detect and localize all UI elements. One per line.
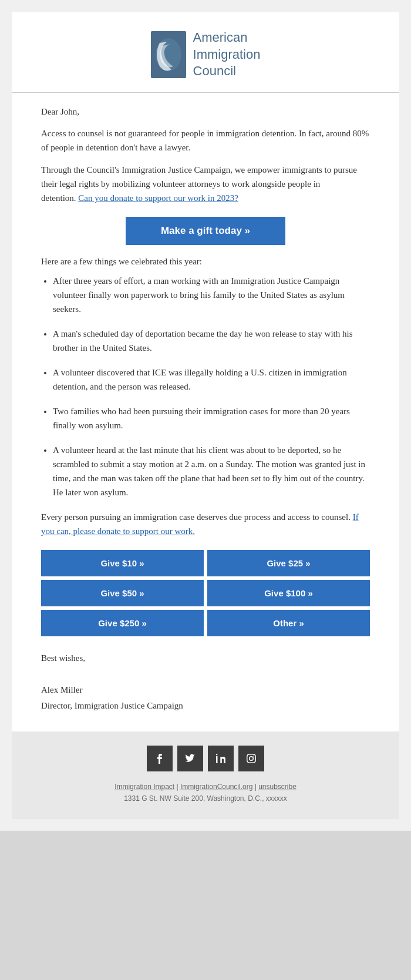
sign-off: Best wishes, Alex Miller Director, Immig… xyxy=(41,650,370,714)
celebration-heading: Here are a few things we celebrated this… xyxy=(41,257,370,267)
email-wrapper: American Immigration Council Dear John, … xyxy=(0,0,411,831)
cta-button-container: Make a gift today » xyxy=(41,217,370,245)
closing-salutation: Best wishes, xyxy=(41,650,370,666)
logo-text: American Immigration Council xyxy=(193,29,261,80)
footer-links-text: Immigration Impact | ImmigrationCouncil.… xyxy=(35,781,376,793)
instagram-icon[interactable] xyxy=(238,746,264,771)
immigration-impact-link[interactable]: Immigration Impact xyxy=(114,783,174,791)
footer-address: 1331 G St. NW Suite 200, Washington, D.C… xyxy=(35,793,376,804)
paragraph-2: Through the Council's Immigration Justic… xyxy=(41,163,370,205)
donate-grid: Give $10 » Give $25 » Give $50 » Give $1… xyxy=(41,550,370,636)
paragraph-1: Access to counsel is not guaranteed for … xyxy=(41,126,370,155)
greeting: Dear John, xyxy=(41,107,370,117)
sender-name: Alex Miller xyxy=(41,682,370,698)
list-item: A volunteer discovered that ICE was ille… xyxy=(53,365,370,394)
twitter-icon[interactable] xyxy=(177,746,203,771)
facebook-icon[interactable] xyxy=(147,746,173,771)
give-50-button[interactable]: Give $50 » xyxy=(41,580,204,606)
list-item: After three years of effort, a man worki… xyxy=(53,274,370,316)
footer-links: Immigration Impact | ImmigrationCouncil.… xyxy=(35,781,376,805)
unsubscribe-link[interactable]: unsubscribe xyxy=(258,783,297,791)
email-container: American Immigration Council Dear John, … xyxy=(12,12,399,819)
list-item: A volunteer heard at the last minute tha… xyxy=(53,443,370,499)
give-250-button[interactable]: Give $250 » xyxy=(41,610,204,636)
list-item: A man's scheduled day of deportation bec… xyxy=(53,327,370,355)
sender-title: Director, Immigration Justice Campaign xyxy=(41,698,370,714)
linkedin-icon[interactable] xyxy=(208,746,234,771)
bullet-list: After three years of effort, a man worki… xyxy=(41,274,370,499)
give-10-button[interactable]: Give $10 » xyxy=(41,550,204,576)
closing-paragraph: Every person pursuing an immigration cas… xyxy=(41,510,370,538)
email-footer: Immigration Impact | ImmigrationCouncil.… xyxy=(12,731,399,819)
give-100-button[interactable]: Give $100 » xyxy=(207,580,370,606)
list-item: Two families who had been pursuing their… xyxy=(53,404,370,432)
social-icons xyxy=(35,746,376,771)
logo-icon xyxy=(151,31,186,78)
make-gift-button[interactable]: Make a gift today » xyxy=(126,217,285,245)
email-header: American Immigration Council xyxy=(12,12,399,93)
logo-container: American Immigration Council xyxy=(151,29,261,80)
closing-text: Every person pursuing an immigration cas… xyxy=(41,512,353,522)
give-other-button[interactable]: Other » xyxy=(207,610,370,636)
give-25-button[interactable]: Give $25 » xyxy=(207,550,370,576)
council-link[interactable]: ImmigrationCouncil.org xyxy=(180,783,252,791)
email-body: Dear John, Access to counsel is not guar… xyxy=(12,93,399,731)
donate-link-1[interactable]: Can you donate to support our work in 20… xyxy=(78,193,238,203)
